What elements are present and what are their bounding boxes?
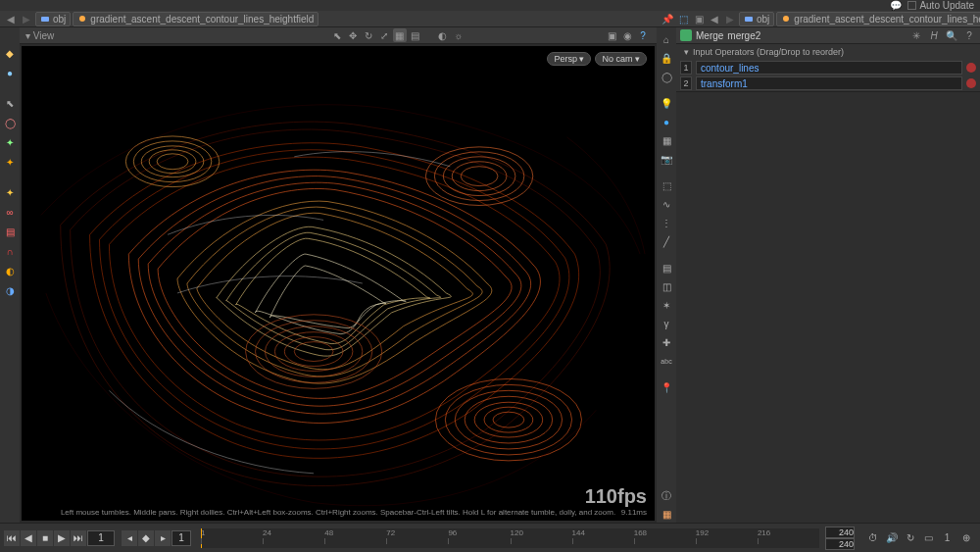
goto-start-button[interactable]: ⏮ <box>4 530 20 546</box>
gear-icon[interactable]: ✳ <box>909 28 923 42</box>
vp-snap-icon[interactable]: ▦ <box>393 28 407 42</box>
key-set-button[interactable]: ◆ <box>138 530 154 546</box>
current-frame-input[interactable] <box>87 530 115 546</box>
realtime-icon[interactable]: ⏱ <box>864 529 881 546</box>
vp-abc-icon[interactable]: abc <box>659 353 675 370</box>
vp-render-icon[interactable]: ◉ <box>620 28 634 42</box>
vp-edge-icon[interactable]: ╱ <box>659 233 675 250</box>
tool-view[interactable]: ◆ <box>2 45 19 62</box>
vp-material-icon[interactable]: ● <box>659 114 675 130</box>
tool-star[interactable]: ✦ <box>2 184 19 201</box>
cache-frame-input[interactable] <box>172 530 191 546</box>
vp-ghost-icon[interactable]: ◯ <box>659 69 675 85</box>
breadcrumb2-node[interactable]: gradient_ascent_descent_contour_lines_he… <box>776 12 980 26</box>
vp-dispopt-icon[interactable]: ▤ <box>659 260 675 276</box>
vp-grid-icon[interactable]: ▤ <box>409 28 422 42</box>
loop-icon[interactable]: ↻ <box>902 529 918 546</box>
merge-icon <box>680 29 692 41</box>
svg-point-16 <box>265 326 362 377</box>
vp-lock-icon[interactable]: 🔒 <box>659 50 675 67</box>
vp-normals-icon[interactable]: ✶ <box>659 297 675 314</box>
input-index-1[interactable]: 2 <box>680 76 692 90</box>
vp-move-icon[interactable]: ✥ <box>346 28 360 42</box>
svg-point-1 <box>79 16 85 22</box>
stop-button[interactable]: ■ <box>37 530 53 546</box>
tool-magnet[interactable]: ∩ <box>2 243 19 260</box>
vp-cam-icon[interactable]: 📷 <box>659 151 675 168</box>
cam-badge[interactable]: No cam ▾ <box>595 52 647 66</box>
tool-boolean[interactable]: ◑ <box>2 282 19 299</box>
svg-point-15 <box>256 321 372 383</box>
vp-marker-icon[interactable]: 📍 <box>659 379 675 396</box>
vp-curve-icon[interactable]: ∿ <box>659 196 675 213</box>
node-name[interactable]: merge2 <box>727 30 760 41</box>
svg-point-21 <box>445 384 571 455</box>
vp-light-icon[interactable]: ☼ <box>452 28 466 42</box>
vp-help-icon[interactable]: ? <box>636 28 650 42</box>
vp-camera-icon[interactable]: ▣ <box>605 28 618 42</box>
range-icon[interactable]: ▭ <box>920 529 937 546</box>
svg-point-18 <box>284 337 343 367</box>
vp-rotate-icon[interactable]: ↻ <box>362 28 375 42</box>
nav-back2-icon[interactable]: ◀ <box>708 12 721 25</box>
svg-point-11 <box>443 157 515 196</box>
timeline-track[interactable]: 1 24 48 72 96 120 144 168 192 216 <box>201 528 819 548</box>
play-rev-button[interactable]: ◀ <box>21 530 36 546</box>
vp-point-icon[interactable]: ⋮ <box>659 215 675 231</box>
breadcrumb-obj[interactable]: obj <box>35 12 71 26</box>
vp-xray-icon[interactable]: ◫ <box>659 278 675 295</box>
vp-wire-icon[interactable]: ⬚ <box>659 177 675 194</box>
play-button[interactable]: ▶ <box>54 530 70 546</box>
goto-end-button[interactable]: ⏭ <box>71 530 86 546</box>
key-next-button[interactable]: ▸ <box>155 530 171 546</box>
tool-brush[interactable]: ◐ <box>2 263 19 279</box>
breadcrumb-node[interactable]: gradient_ascent_descent_contour_lines_he… <box>73 12 318 26</box>
vp-bg-icon[interactable]: ▦ <box>659 132 675 149</box>
tool-handle[interactable]: ✦ <box>2 134 19 151</box>
key-prev-button[interactable]: ◂ <box>122 530 137 546</box>
auto-update-toggle[interactable]: Auto Update <box>907 0 974 11</box>
vp-gamma-icon[interactable]: γ <box>659 316 675 332</box>
tool-link[interactable]: ∞ <box>2 204 19 221</box>
new-panel-icon[interactable]: ▣ <box>692 12 706 25</box>
nav-fwd2-icon[interactable]: ▶ <box>723 12 737 25</box>
input-field-1[interactable] <box>696 76 962 90</box>
vp-cursor-icon[interactable]: ⬉ <box>330 28 344 42</box>
breadcrumb2-obj[interactable]: obj <box>739 12 774 26</box>
svg-point-13 <box>461 167 498 186</box>
vp-light-toggle[interactable]: 💡 <box>659 95 675 112</box>
search-icon[interactable]: 🔍 <box>945 28 958 42</box>
view-dropdown[interactable]: ▾ View <box>25 30 54 41</box>
input-remove-0[interactable] <box>966 63 976 73</box>
vp-home-icon[interactable]: ⌂ <box>659 31 675 48</box>
persp-badge[interactable]: Persp ▾ <box>547 52 591 66</box>
nav-fwd-icon[interactable]: ▶ <box>20 12 33 25</box>
tool-select[interactable]: ⬉ <box>2 95 19 112</box>
viewport[interactable]: Persp ▾ No cam ▾ 110fps 9.11ms Left mous… <box>22 46 655 521</box>
pin-icon[interactable]: 📌 <box>661 12 674 25</box>
svg-rect-0 <box>41 17 49 22</box>
integer-icon[interactable]: 1 <box>939 529 956 546</box>
chat-icon[interactable]: 💬 <box>890 0 902 11</box>
vp-info-icon[interactable]: ⓘ <box>659 487 675 504</box>
input-remove-1[interactable] <box>966 78 976 88</box>
vp-grid-toggle[interactable]: ▦ <box>659 506 675 523</box>
audio-icon[interactable]: 🔊 <box>883 529 900 546</box>
global-anim-icon[interactable]: ⊕ <box>957 529 974 546</box>
node-type: Merge <box>696 30 723 41</box>
vp-shading-icon[interactable]: ◐ <box>436 28 450 42</box>
tool-layer[interactable]: ▤ <box>2 224 19 240</box>
vp-axis-icon[interactable]: ✚ <box>659 334 675 351</box>
range-end2-input[interactable] <box>825 538 855 550</box>
link-icon[interactable]: ⬚ <box>676 12 690 25</box>
range-end1-input[interactable] <box>825 527 855 538</box>
input-field-0[interactable] <box>696 61 962 75</box>
help-icon[interactable]: ? <box>962 28 976 42</box>
input-index-0[interactable]: 1 <box>680 61 692 75</box>
tool-lasso[interactable]: ◯ <box>2 115 19 131</box>
tool-lights[interactable]: ✦ <box>2 154 19 171</box>
h-icon[interactable]: H <box>927 28 941 42</box>
tool-globe[interactable]: ● <box>2 65 19 81</box>
nav-back-icon[interactable]: ◀ <box>4 12 18 25</box>
vp-scale-icon[interactable]: ⤢ <box>377 28 391 42</box>
